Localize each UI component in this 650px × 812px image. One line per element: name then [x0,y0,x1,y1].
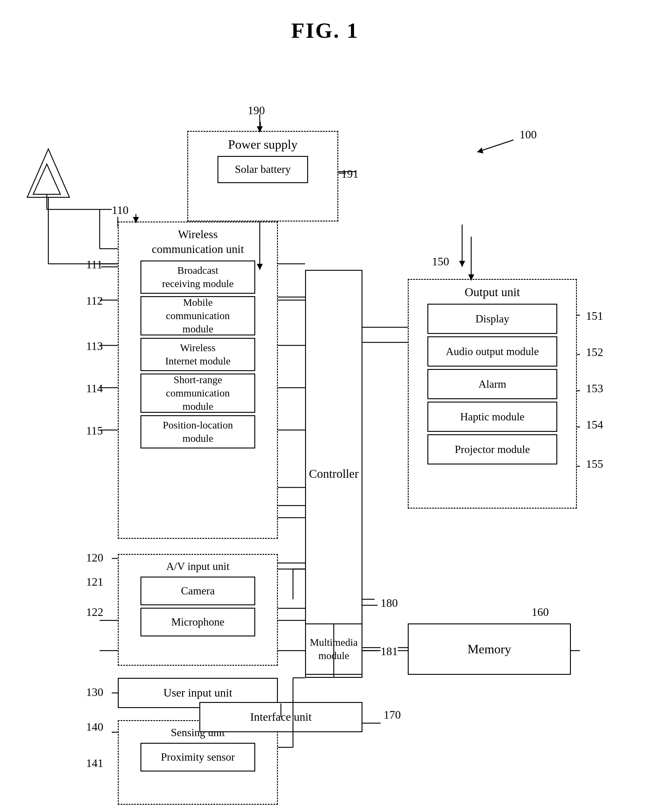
ref-114: 114 [86,382,103,395]
ref-121: 121 [86,575,103,588]
short-range-box: Short-range communication module [140,374,255,413]
ref-160: 160 [531,605,549,618]
wireless-internet-box: Wireless Internet module [140,338,255,371]
ref-113: 113 [86,339,103,353]
proximity-box: Proximity sensor [140,743,255,771]
ref-111: 111 [86,258,102,271]
projector-module-box: Projector module [428,434,557,464]
page-title: FIG. 1 [0,0,650,55]
svg-marker-55 [27,149,70,197]
mobile-comm-box: Mobile communication module [140,296,255,336]
haptic-module-box: Haptic module [428,401,557,432]
memory-box: Memory [408,623,571,675]
ref-190: 190 [248,104,265,117]
ref-122: 122 [86,605,103,618]
svg-marker-22 [459,261,465,267]
microphone-box: Microphone [140,608,255,636]
svg-marker-20 [477,148,483,154]
ref-110: 110 [112,203,129,217]
ref-120: 120 [86,551,103,564]
ref-154: 154 [586,418,603,431]
ref-191: 191 [341,167,359,180]
interface-unit-box: Interface unit [199,702,362,732]
broadcast-box: Broadcast receiving module [140,261,255,294]
output-unit-box: Output unit Display Audio output module … [408,279,577,508]
ref-153: 153 [586,382,603,395]
alarm-box: Alarm [428,369,557,399]
ref-152: 152 [586,345,603,359]
av-input-box: A/V input unit Camera Microphone [118,554,278,666]
ref-112: 112 [86,294,103,307]
ref-151: 151 [586,309,603,322]
power-supply-box: Power supply Solar battery [187,131,338,221]
display-box: Display [428,304,557,334]
ref-150: 150 [432,255,449,268]
camera-box: Camera [140,577,255,605]
sensing-box: Sensing unit Proximity sensor [118,720,278,805]
svg-line-19 [477,140,513,152]
ref-181: 181 [381,644,398,658]
audio-output-box: Audio output module [428,336,557,366]
ref-130: 130 [86,685,103,699]
output-unit-label: Output unit [464,284,520,300]
ref-180: 180 [381,596,398,609]
power-supply-label: Power supply [228,136,297,153]
ref-155: 155 [586,457,603,470]
ref-170: 170 [384,708,401,721]
ref-141: 141 [86,756,103,770]
svg-marker-0 [33,164,61,194]
ref-100: 100 [519,128,537,141]
ref-140: 140 [86,720,103,733]
solar-battery-box: Solar battery [218,156,308,183]
wireless-comm-label: Wireless communication unit [152,227,244,257]
ref-115: 115 [86,424,103,437]
wireless-comm-box: Wireless communication unit Broadcast re… [118,221,278,539]
multimedia-box: Multimedia module [305,623,362,675]
av-input-label: A/V input unit [166,559,229,574]
position-location-box: Position-location module [140,415,255,449]
controller-box: Controller [305,270,362,678]
